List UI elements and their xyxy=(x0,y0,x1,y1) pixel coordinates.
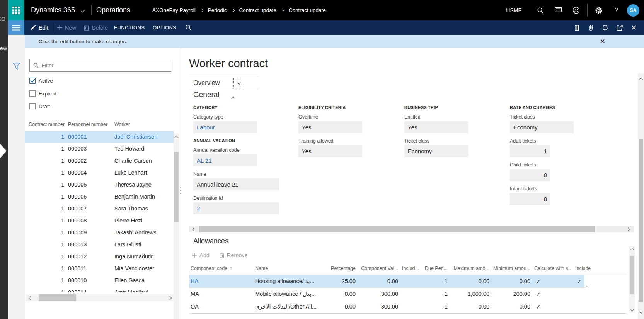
main-horizontal-scrollbar[interactable] xyxy=(189,226,634,232)
form-field: Child tickets0 xyxy=(510,162,607,181)
scroll-down-icon[interactable] xyxy=(629,306,635,312)
view-selector-label[interactable]: Overview xyxy=(193,76,220,89)
form-field: OvertimeYes xyxy=(298,114,395,133)
grid-column-header[interactable]: Calculate with s... xyxy=(534,266,571,271)
field-value[interactable]: Annual leave 21 xyxy=(193,178,279,190)
divider xyxy=(189,275,626,275)
divider xyxy=(189,313,626,314)
allowance-cell: 0.00 xyxy=(492,275,530,288)
form-field: Category typeLabour xyxy=(193,114,290,133)
collapse-section-icon[interactable] xyxy=(232,95,235,102)
field-label: Entitled xyxy=(404,114,501,120)
group-heading: RATE AND CHARGES xyxy=(510,105,607,110)
allowance-cell: 0.00 xyxy=(492,300,530,313)
allowance-cell: 0.00 xyxy=(451,300,489,313)
calculate-with-salary-checkmark-icon: ✓ xyxy=(536,288,541,300)
grid-scroll-up-hint-icon[interactable] xyxy=(585,283,588,290)
form-field: Training allowedYes xyxy=(298,138,395,157)
allowances-section-title: Allowances xyxy=(193,237,228,245)
field-label: Adult tickets xyxy=(510,138,607,144)
grid-column-header[interactable]: Due Peri... xyxy=(424,266,448,271)
field-label: Child tickets xyxy=(510,162,607,168)
sort-ascending-icon: ↑ xyxy=(230,266,232,271)
field-group-column: RATE AND CHARGESTicket classEconomyAdult… xyxy=(510,105,607,210)
remove-button[interactable]: Remove xyxy=(220,252,248,258)
dynamics-365-window: KO iew Dynamics 365 Operations AXOnePay … xyxy=(0,0,644,319)
allowance-cell: 1 xyxy=(424,275,448,288)
form-field: Ticket classEconomy xyxy=(404,138,501,157)
grid-column-header[interactable]: Percentage xyxy=(318,266,356,271)
grid-column-header[interactable]: Includ... xyxy=(402,266,421,271)
form-field: Adult tickets1 xyxy=(510,138,607,157)
field-value[interactable]: Economy xyxy=(510,121,574,133)
scroll-up-icon[interactable] xyxy=(638,76,644,82)
calculate-with-salary-checkmark-icon: ✓ xyxy=(536,300,541,313)
field-group-column: BUSINESS TRIPEntitledYesTicket classEcon… xyxy=(404,105,501,162)
allowance-cell: 300.00 xyxy=(359,300,398,313)
allowance-cell: 1 xyxy=(424,288,448,300)
field-label: Category type xyxy=(193,114,290,120)
view-selector-dropdown-button[interactable] xyxy=(233,78,244,88)
allowance-cell: 0.00 xyxy=(318,288,356,300)
allowance-cell: 0.00 xyxy=(451,275,489,288)
group-heading: ANNUAL VACATION xyxy=(193,138,290,143)
field-value[interactable]: 0 xyxy=(510,169,550,181)
field-label: Training allowed xyxy=(298,138,395,144)
trash-icon xyxy=(220,253,224,258)
field-value[interactable]: Yes xyxy=(404,121,468,133)
field-label: Name xyxy=(193,171,290,177)
field-value[interactable]: Yes xyxy=(298,121,362,133)
allowance-cell: 200.00 xyxy=(492,288,530,300)
scroll-down-icon[interactable] xyxy=(638,309,644,314)
allowance-cell: HA xyxy=(191,275,252,288)
calculate-with-salary-checkmark-icon: ✓ xyxy=(536,275,541,288)
plus-icon xyxy=(192,253,197,258)
grid-vertical-scrollbar[interactable] xyxy=(629,246,635,313)
grid-column-header[interactable]: Component code↑ xyxy=(191,266,252,271)
scrollbar-thumb[interactable] xyxy=(639,139,643,302)
field-value[interactable]: Economy xyxy=(404,145,468,157)
form-field: Infant tickets0 xyxy=(510,186,607,205)
allowance-cell: 1 xyxy=(424,300,448,313)
field-label: Annual vacation code xyxy=(193,148,290,153)
worker-contract-detail: Worker contract Overview General CATEGOR… xyxy=(0,0,644,319)
form-field: NameAnnual leave 21 xyxy=(193,171,290,190)
page-vertical-scrollbar[interactable] xyxy=(638,73,644,319)
scrollbar-thumb[interactable] xyxy=(630,256,634,294)
grid-column-header[interactable]: Maximum amo... xyxy=(451,266,489,271)
field-value[interactable]: 0 xyxy=(510,193,550,205)
field-value-link[interactable]: AL 21 xyxy=(193,154,257,166)
field-label: Ticket class xyxy=(404,138,501,144)
group-heading: ELIGIBILITY CRITERIA xyxy=(298,105,395,110)
field-value-link[interactable]: 2 xyxy=(193,202,279,214)
field-value-link[interactable]: Labour xyxy=(193,121,257,133)
form-field: Destination Id2 xyxy=(193,195,290,214)
field-label: Overtime xyxy=(298,114,395,120)
field-value[interactable]: 1 xyxy=(510,145,550,157)
allowance-cell: 300.00 xyxy=(359,288,398,300)
form-field: EntitledYes xyxy=(404,114,501,133)
group-heading: BUSINESS TRIP xyxy=(404,105,501,110)
section-header-general[interactable]: General xyxy=(193,90,220,99)
view-selector: Overview xyxy=(189,76,259,89)
grid-column-header[interactable]: Component Val... xyxy=(359,266,398,271)
allowance-cell: 0.00 xyxy=(318,300,356,313)
grid-column-header[interactable]: Include xyxy=(575,266,598,271)
field-label: Infant tickets xyxy=(510,186,607,192)
allowance-cell: OA xyxy=(191,300,252,313)
add-button[interactable]: Add xyxy=(192,252,210,258)
scroll-up-icon[interactable] xyxy=(629,247,635,253)
allowances-toolbar: Add Remove xyxy=(192,252,248,258)
form-field: Annual vacation codeAL 21 xyxy=(193,148,290,166)
field-value[interactable]: Yes xyxy=(298,145,362,157)
scrollbar-thumb[interactable] xyxy=(199,226,595,232)
scroll-right-icon[interactable] xyxy=(625,226,631,232)
allowance-cell: 0.00 xyxy=(359,275,398,288)
allowance-cell: 1,000.00 xyxy=(451,288,489,300)
field-label: Destination Id xyxy=(193,195,290,201)
scroll-left-icon[interactable] xyxy=(191,226,197,232)
field-group-column: CATEGORYCategory typeLabourANNUAL VACATI… xyxy=(193,105,290,219)
grid-column-header[interactable]: Minimum amou... xyxy=(492,266,530,271)
add-label: Add xyxy=(199,252,210,258)
remove-label: Remove xyxy=(227,252,248,258)
